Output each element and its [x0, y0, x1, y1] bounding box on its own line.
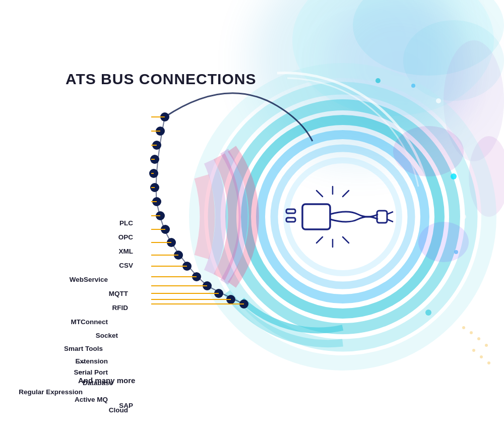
- svg-point-1: [353, 0, 504, 76]
- svg-point-2: [403, 20, 504, 101]
- connection-cloud: Cloud: [60, 403, 131, 417]
- svg-point-47: [156, 211, 165, 220]
- svg-rect-31: [377, 211, 387, 223]
- label-socket: Socket: [50, 332, 121, 339]
- bottom-text-area: ... ... And many more: [78, 356, 135, 385]
- svg-point-18: [286, 160, 399, 273]
- svg-point-55: [226, 295, 235, 304]
- svg-point-15: [246, 120, 439, 314]
- svg-point-16: [261, 135, 425, 299]
- connection-plc: PLC: [66, 216, 136, 230]
- svg-point-52: [192, 272, 201, 281]
- connection-rfid: RFID: [60, 300, 131, 315]
- label-smarttools: Smart Tools: [35, 345, 106, 352]
- connection-webservice: WebService: [40, 272, 111, 286]
- connection-csv: CSV: [66, 258, 136, 272]
- bg-decoration-2: [328, 0, 479, 126]
- page-title: ATS BUS CONNECTIONS: [66, 71, 256, 88]
- svg-point-20: [436, 98, 441, 103]
- svg-rect-30: [286, 218, 295, 222]
- svg-point-17: [274, 148, 411, 285]
- connection-socket: Socket: [50, 328, 121, 342]
- svg-point-23: [461, 214, 466, 219]
- svg-line-32: [387, 212, 393, 214]
- svg-point-3: [444, 40, 504, 161]
- svg-point-41: [156, 127, 165, 136]
- svg-point-5: [462, 326, 465, 329]
- svg-point-54: [214, 289, 223, 298]
- svg-point-10: [480, 355, 483, 358]
- svg-point-49: [167, 238, 176, 247]
- svg-point-19: [451, 173, 457, 179]
- main-container: ATS BUS CONNECTIONS: [0, 0, 504, 430]
- svg-point-26: [393, 126, 464, 176]
- svg-point-0: [292, 0, 494, 116]
- svg-point-4: [469, 136, 504, 217]
- connection-xml: XML: [66, 244, 136, 258]
- svg-point-12: [197, 71, 489, 363]
- connection-smarttools: Smart Tools: [35, 341, 106, 355]
- svg-point-53: [203, 281, 212, 290]
- svg-point-48: [161, 225, 170, 234]
- svg-point-42: [152, 141, 161, 150]
- svg-point-46: [152, 197, 161, 206]
- svg-point-24: [454, 250, 458, 254]
- svg-point-11: [487, 361, 490, 364]
- svg-point-25: [425, 310, 431, 316]
- and-many-more-label: And many more: [78, 376, 135, 385]
- svg-point-7: [477, 337, 480, 340]
- svg-line-39: [343, 237, 349, 243]
- label-mtconnect: MTConnect: [40, 318, 111, 326]
- svg-line-35: [317, 191, 323, 197]
- label-plc: PLC: [66, 219, 136, 227]
- connection-mtconnect: MTConnect: [40, 315, 111, 329]
- connection-mqtt: MQTT: [60, 286, 131, 300]
- svg-point-21: [411, 84, 415, 88]
- svg-point-40: [160, 112, 169, 121]
- bg-decoration-1: [252, 0, 454, 161]
- svg-point-27: [418, 222, 469, 262]
- svg-point-9: [472, 349, 475, 352]
- svg-line-38: [317, 237, 323, 243]
- label-rfid: RFID: [60, 304, 131, 312]
- svg-point-44: [149, 169, 158, 178]
- svg-point-8: [485, 344, 488, 347]
- connection-opc: OPC: [66, 230, 136, 244]
- svg-rect-28: [302, 204, 330, 229]
- svg-line-33: [387, 219, 393, 222]
- svg-point-6: [470, 331, 473, 334]
- label-webservice: WebService: [40, 276, 111, 283]
- svg-point-50: [174, 251, 183, 260]
- label-mqtt: MQTT: [60, 290, 131, 297]
- label-csv: CSV: [66, 262, 136, 269]
- svg-line-36: [343, 191, 349, 197]
- label-cloud: Cloud: [60, 406, 131, 414]
- svg-point-22: [375, 78, 381, 83]
- svg-point-14: [231, 105, 455, 329]
- ellipsis-2: ...: [78, 365, 135, 374]
- svg-rect-29: [286, 209, 295, 213]
- svg-point-45: [150, 183, 159, 192]
- svg-point-13: [214, 88, 471, 345]
- label-opc: OPC: [66, 233, 136, 241]
- svg-point-43: [150, 155, 159, 164]
- ellipsis-1: ...: [78, 356, 135, 364]
- svg-point-56: [239, 299, 248, 309]
- label-xml: XML: [66, 248, 136, 255]
- svg-point-51: [182, 262, 192, 271]
